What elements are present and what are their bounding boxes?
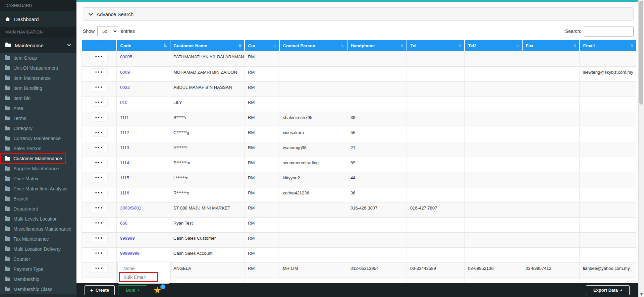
sidebar-section-dashboard: DASHBOARD [0,0,76,11]
column-header-fax[interactable]: Fax⇅ [522,40,580,51]
cell-handphone: 39 [347,112,407,127]
folder-open-icon [5,44,11,47]
row-actions-button[interactable]: ••• [91,264,108,273]
row-actions-button[interactable]: ••• [91,174,108,182]
customer-code-link[interactable]: 0009 [120,70,130,75]
sidebar-item-maintenance[interactable]: Maintenance [0,38,76,53]
row-actions-button[interactable]: ••• [91,189,108,197]
cell-cur: RM [245,187,279,202]
bulk-menu-item-none[interactable]: None [118,264,170,273]
sidebar-item-item-bin[interactable]: Item Bin [0,93,76,103]
scrollbar-down-arrow[interactable]: ▼ [639,293,644,296]
sidebar-item-supplier-maintenance[interactable]: Supplier Maintenance [0,164,76,174]
sidebar-item-area[interactable]: Area [0,103,76,113]
sidebar-item-sales-person[interactable]: Sales Person [0,143,76,154]
page-size-select[interactable]: 50 [97,26,118,36]
customer-code-link[interactable]: 1112 [120,130,129,135]
row-actions-button[interactable]: ••• [91,129,108,137]
customer-code-link[interactable]: 1116 [120,190,129,195]
sidebar-item-label: Membership [13,277,39,282]
sidebar-item-label: Membership Class [13,287,52,292]
column-header-customer-name[interactable]: Customer Name⇅ [170,40,245,51]
sidebar-item-customer-maintenance[interactable]: Customer Maintenance [0,154,76,164]
cell-value: siewteng@skybiz.com.my [583,70,633,75]
customer-code-link[interactable]: 010 [120,100,127,105]
row-actions-button[interactable]: ••• [91,159,108,167]
sidebar-item-dashboard[interactable]: Dashboard [0,11,76,27]
sidebar-item-department[interactable]: Department [0,204,76,214]
cell-code: 99999999 [117,247,170,262]
column-header-handphone[interactable]: Handphone⇅ [347,40,407,51]
sidebar-item-price-matrix[interactable]: Price Matrix [0,174,76,184]
sidebar-item-membership[interactable]: Membership [0,274,76,284]
customer-code-link[interactable]: 1114 [120,160,129,165]
customer-code-link[interactable]: 1111 [120,115,129,120]
sidebar-item-item-maintenance[interactable]: Item Maintenance [0,73,76,83]
cell-handphone: 016-426 3807 [347,202,407,217]
bulk-menu-item-bulk-email[interactable]: Bulk Email [118,273,170,282]
row-actions-button[interactable]: ••• [91,114,108,122]
create-button[interactable]: + Create [85,285,115,295]
folder-icon [5,187,10,191]
customer-code-link[interactable]: 3003/S001 [120,205,141,211]
favorite-star-button[interactable]: ★ + [153,285,163,296]
cell-tel [407,157,465,172]
sidebar-item-miscellaneous-maintenance[interactable]: Miscellaneous Maintenance [0,224,76,234]
sidebar-item-branch[interactable]: Branch [0,194,76,204]
folder-icon [5,237,10,241]
export-data-button[interactable]: Export Data ▲ [586,285,630,295]
folder-icon [5,97,10,100]
sidebar-item-tax-maintenance[interactable]: Tax Maintenance [0,234,76,244]
sidebar-item-currency-maintenance[interactable]: Currency Maintenance [0,133,76,143]
vertical-scrollbar: ▼ [638,0,644,297]
sidebar-item-payment-type[interactable]: Payment Type [0,264,76,274]
sidebar-item-multi-location-delivery[interactable]: Multi Location Delivery [0,244,76,254]
column-header-tel2[interactable]: Tel2⇅ [465,40,522,51]
row-actions-button[interactable]: ••• [91,249,108,257]
customer-code-link[interactable]: 99999999 [120,251,140,256]
row-actions-button[interactable]: ••• [91,144,108,152]
column-header-label: Tel [411,43,417,48]
sidebar-item-label: Dashboard [14,16,39,22]
search-input[interactable] [584,26,634,37]
customer-code-link[interactable]: 00005 [120,54,132,59]
sidebar-item-category[interactable]: Category [0,123,76,133]
row-actions-button[interactable]: ••• [91,234,108,242]
row-actions-button[interactable]: ••• [91,99,108,107]
customer-code-link[interactable]: 666 [120,221,127,226]
customer-code-link[interactable]: 999999 [120,236,135,241]
sidebar-section-label: MAIN NAVIGATION [5,30,43,35]
scrollbar-thumb[interactable] [639,1,643,105]
advance-search-panel[interactable]: Advance Search [83,7,634,21]
ellipsis-icon: ••• [95,131,103,134]
cell-contact [279,247,347,262]
customer-code-link[interactable]: 1115 [120,175,129,180]
row-actions-button[interactable]: ••• [91,68,108,76]
sidebar-item-unit-of-measurement[interactable]: Unit Of Measurement [0,63,76,73]
column-header-cur[interactable]: Cur.⇅ [245,40,279,51]
row-actions-button[interactable]: ••• [91,53,108,61]
cell-contact: kittyyan2 [279,172,347,187]
customer-code-link[interactable]: 0032 [120,85,130,90]
plus-icon: + [90,287,93,293]
sidebar-item-item-group[interactable]: Item Group [0,53,76,63]
row-actions-button[interactable]: ••• [91,204,108,212]
column-header-tel[interactable]: Tel⇅ [407,40,465,51]
column-header-code[interactable]: Code⇅ [117,40,170,51]
cell-actions: ••• [82,262,117,278]
sidebar-item-terms[interactable]: Terms [0,113,76,123]
sidebar-item-multi-levels-location[interactable]: Multi-Levels Location [0,214,76,224]
customer-code-link[interactable]: 1113 [120,145,129,150]
column-header-contact-person[interactable]: Contact Person⇅ [279,40,347,51]
cell-value: R******e [173,190,189,195]
bulk-button[interactable]: Bulk ▲ [118,285,147,295]
sidebar-item-item-bundling[interactable]: Item Bundling [0,83,76,93]
column-header-email[interactable]: Email⇅ [580,40,636,51]
sidebar-item-membership-class[interactable]: Membership Class [0,284,76,294]
sidebar-item-price-matrix-item-analysis[interactable]: Price Matrix Item Analysis [0,184,76,194]
sidebar-item-counter[interactable]: Counter [0,254,76,264]
row-actions-button[interactable]: ••• [91,219,108,227]
row-actions-button[interactable]: ••• [91,83,108,92]
cell-email [580,112,636,127]
cell-fax: 03-68957412 [522,262,580,278]
